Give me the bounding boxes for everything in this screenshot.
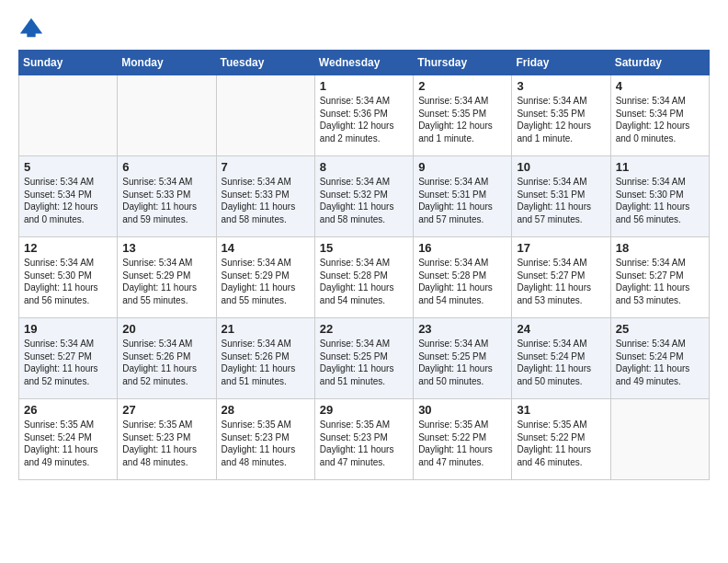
day-number: 11 <box>616 160 704 174</box>
day-number: 23 <box>418 322 506 336</box>
day-number: 7 <box>222 160 310 174</box>
day-number: 31 <box>517 403 605 417</box>
day-info: Sunrise: 5:35 AM Sunset: 5:24 PM Dayligh… <box>24 419 112 468</box>
day-info: Sunrise: 5:35 AM Sunset: 5:23 PM Dayligh… <box>222 419 310 468</box>
weekday-header-tuesday: Tuesday <box>216 51 314 75</box>
day-info: Sunrise: 5:34 AM Sunset: 5:28 PM Dayligh… <box>418 257 506 306</box>
day-number: 17 <box>517 241 605 255</box>
day-info: Sunrise: 5:34 AM Sunset: 5:36 PM Dayligh… <box>320 95 408 144</box>
calendar-week-row: 12Sunrise: 5:34 AM Sunset: 5:30 PM Dayli… <box>19 237 710 318</box>
day-info: Sunrise: 5:34 AM Sunset: 5:30 PM Dayligh… <box>616 176 704 225</box>
day-number: 6 <box>122 160 210 174</box>
calendar-empty-cell <box>19 75 118 156</box>
calendar-day-16: 16Sunrise: 5:34 AM Sunset: 5:28 PM Dayli… <box>414 237 512 318</box>
calendar-day-9: 9Sunrise: 5:34 AM Sunset: 5:31 PM Daylig… <box>414 156 512 237</box>
calendar-day-11: 11Sunrise: 5:34 AM Sunset: 5:30 PM Dayli… <box>610 156 709 237</box>
weekday-header-friday: Friday <box>512 51 610 75</box>
day-number: 27 <box>122 403 210 417</box>
day-number: 15 <box>320 241 408 255</box>
weekday-header-monday: Monday <box>118 51 216 75</box>
day-number: 19 <box>24 322 112 336</box>
day-number: 1 <box>320 79 408 93</box>
day-info: Sunrise: 5:34 AM Sunset: 5:26 PM Dayligh… <box>222 338 310 387</box>
day-info: Sunrise: 5:34 AM Sunset: 5:33 PM Dayligh… <box>122 176 210 225</box>
calendar-day-31: 31Sunrise: 5:35 AM Sunset: 5:22 PM Dayli… <box>512 399 610 480</box>
day-number: 30 <box>418 403 506 417</box>
calendar-week-row: 19Sunrise: 5:34 AM Sunset: 5:27 PM Dayli… <box>19 318 710 399</box>
calendar-day-26: 26Sunrise: 5:35 AM Sunset: 5:24 PM Dayli… <box>19 399 118 480</box>
calendar-day-24: 24Sunrise: 5:34 AM Sunset: 5:24 PM Dayli… <box>512 318 610 399</box>
calendar-day-8: 8Sunrise: 5:34 AM Sunset: 5:32 PM Daylig… <box>314 156 413 237</box>
calendar-day-19: 19Sunrise: 5:34 AM Sunset: 5:27 PM Dayli… <box>19 318 118 399</box>
calendar-day-6: 6Sunrise: 5:34 AM Sunset: 5:33 PM Daylig… <box>118 156 216 237</box>
svg-rect-1 <box>27 30 35 37</box>
day-info: Sunrise: 5:34 AM Sunset: 5:29 PM Dayligh… <box>222 257 310 306</box>
day-number: 13 <box>122 241 210 255</box>
calendar-day-29: 29Sunrise: 5:35 AM Sunset: 5:23 PM Dayli… <box>314 399 413 480</box>
day-info: Sunrise: 5:34 AM Sunset: 5:30 PM Dayligh… <box>24 257 112 306</box>
day-info: Sunrise: 5:34 AM Sunset: 5:31 PM Dayligh… <box>517 176 605 225</box>
calendar-day-7: 7Sunrise: 5:34 AM Sunset: 5:33 PM Daylig… <box>216 156 314 237</box>
logo <box>18 15 48 40</box>
day-info: Sunrise: 5:35 AM Sunset: 5:23 PM Dayligh… <box>122 419 210 468</box>
calendar-day-14: 14Sunrise: 5:34 AM Sunset: 5:29 PM Dayli… <box>216 237 314 318</box>
day-number: 9 <box>418 160 506 174</box>
day-info: Sunrise: 5:34 AM Sunset: 5:24 PM Dayligh… <box>616 338 704 387</box>
day-info: Sunrise: 5:35 AM Sunset: 5:22 PM Dayligh… <box>418 419 506 468</box>
calendar-day-20: 20Sunrise: 5:34 AM Sunset: 5:26 PM Dayli… <box>118 318 216 399</box>
day-info: Sunrise: 5:34 AM Sunset: 5:24 PM Dayligh… <box>517 338 605 387</box>
day-number: 10 <box>517 160 605 174</box>
day-info: Sunrise: 5:34 AM Sunset: 5:34 PM Dayligh… <box>24 176 112 225</box>
day-info: Sunrise: 5:34 AM Sunset: 5:35 PM Dayligh… <box>418 95 506 144</box>
day-info: Sunrise: 5:34 AM Sunset: 5:27 PM Dayligh… <box>616 257 704 306</box>
day-number: 29 <box>320 403 408 417</box>
calendar-week-row: 26Sunrise: 5:35 AM Sunset: 5:24 PM Dayli… <box>19 399 710 480</box>
day-info: Sunrise: 5:34 AM Sunset: 5:32 PM Dayligh… <box>320 176 408 225</box>
calendar-empty-cell <box>610 399 709 480</box>
day-info: Sunrise: 5:35 AM Sunset: 5:22 PM Dayligh… <box>517 419 605 468</box>
calendar-day-13: 13Sunrise: 5:34 AM Sunset: 5:29 PM Dayli… <box>118 237 216 318</box>
day-info: Sunrise: 5:34 AM Sunset: 5:25 PM Dayligh… <box>418 338 506 387</box>
day-number: 2 <box>418 79 506 93</box>
day-number: 8 <box>320 160 408 174</box>
day-info: Sunrise: 5:34 AM Sunset: 5:29 PM Dayligh… <box>122 257 210 306</box>
calendar-day-10: 10Sunrise: 5:34 AM Sunset: 5:31 PM Dayli… <box>512 156 610 237</box>
calendar-day-5: 5Sunrise: 5:34 AM Sunset: 5:34 PM Daylig… <box>19 156 118 237</box>
calendar-day-12: 12Sunrise: 5:34 AM Sunset: 5:30 PM Dayli… <box>19 237 118 318</box>
day-number: 14 <box>222 241 310 255</box>
day-number: 12 <box>24 241 112 255</box>
header <box>18 15 710 40</box>
day-info: Sunrise: 5:34 AM Sunset: 5:26 PM Dayligh… <box>122 338 210 387</box>
day-number: 16 <box>418 241 506 255</box>
day-number: 26 <box>24 403 112 417</box>
day-number: 4 <box>616 79 704 93</box>
calendar-day-17: 17Sunrise: 5:34 AM Sunset: 5:27 PM Dayli… <box>512 237 610 318</box>
day-info: Sunrise: 5:35 AM Sunset: 5:23 PM Dayligh… <box>320 419 408 468</box>
day-number: 22 <box>320 322 408 336</box>
day-info: Sunrise: 5:34 AM Sunset: 5:27 PM Dayligh… <box>24 338 112 387</box>
day-info: Sunrise: 5:34 AM Sunset: 5:28 PM Dayligh… <box>320 257 408 306</box>
calendar-empty-cell <box>118 75 216 156</box>
calendar-table: SundayMondayTuesdayWednesdayThursdayFrid… <box>18 50 710 480</box>
day-info: Sunrise: 5:34 AM Sunset: 5:34 PM Dayligh… <box>616 95 704 144</box>
day-number: 28 <box>222 403 310 417</box>
day-info: Sunrise: 5:34 AM Sunset: 5:35 PM Dayligh… <box>517 95 605 144</box>
calendar-day-21: 21Sunrise: 5:34 AM Sunset: 5:26 PM Dayli… <box>216 318 314 399</box>
calendar-day-28: 28Sunrise: 5:35 AM Sunset: 5:23 PM Dayli… <box>216 399 314 480</box>
day-number: 24 <box>517 322 605 336</box>
calendar-empty-cell <box>216 75 314 156</box>
calendar-day-30: 30Sunrise: 5:35 AM Sunset: 5:22 PM Dayli… <box>414 399 512 480</box>
day-number: 3 <box>517 79 605 93</box>
calendar-day-22: 22Sunrise: 5:34 AM Sunset: 5:25 PM Dayli… <box>314 318 413 399</box>
calendar-day-3: 3Sunrise: 5:34 AM Sunset: 5:35 PM Daylig… <box>512 75 610 156</box>
weekday-header-thursday: Thursday <box>414 51 512 75</box>
weekday-header-sunday: Sunday <box>19 51 118 75</box>
weekday-header-row: SundayMondayTuesdayWednesdayThursdayFrid… <box>19 51 710 75</box>
calendar-day-25: 25Sunrise: 5:34 AM Sunset: 5:24 PM Dayli… <box>610 318 709 399</box>
calendar-week-row: 1Sunrise: 5:34 AM Sunset: 5:36 PM Daylig… <box>19 75 710 156</box>
page-container: SundayMondayTuesdayWednesdayThursdayFrid… <box>0 0 728 489</box>
calendar-day-4: 4Sunrise: 5:34 AM Sunset: 5:34 PM Daylig… <box>610 75 709 156</box>
day-info: Sunrise: 5:34 AM Sunset: 5:31 PM Dayligh… <box>418 176 506 225</box>
day-info: Sunrise: 5:34 AM Sunset: 5:33 PM Dayligh… <box>222 176 310 225</box>
day-number: 20 <box>122 322 210 336</box>
